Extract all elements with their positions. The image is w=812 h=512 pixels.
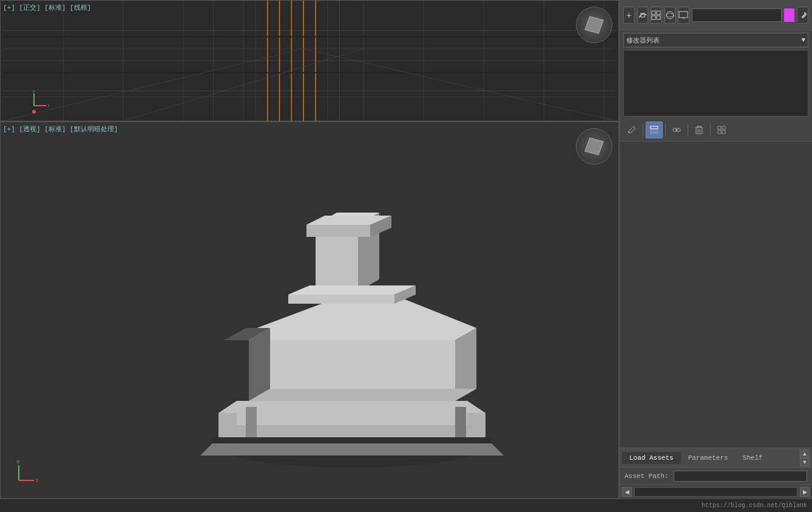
gizmo-cube-top <box>584 16 603 34</box>
svg-text:X: X <box>47 103 49 109</box>
svg-point-77 <box>666 13 674 17</box>
svg-marker-66 <box>200 443 504 456</box>
svg-rect-74 <box>652 16 655 19</box>
svg-rect-72 <box>652 11 655 15</box>
properties-area <box>620 142 812 448</box>
asset-path-label: Asset Path: <box>624 473 669 480</box>
svg-rect-82 <box>651 126 658 129</box>
monitor-tool-button[interactable] <box>678 7 689 24</box>
main-toolbar: + <box>620 0 812 30</box>
modifier-dropdown[interactable]: 修改器列表 ▼ <box>623 33 808 47</box>
icon-separator-2 <box>665 124 666 136</box>
wrench-button[interactable] <box>797 7 808 24</box>
bottom-tabs: Load Assets Parameters Shelf ▲ ▼ <box>620 448 812 467</box>
modifier-dropdown-label: 修改器列表 <box>626 36 660 45</box>
path-nav-bar <box>634 487 797 497</box>
svg-rect-62 <box>246 407 257 437</box>
viewport-gizmo-top[interactable] <box>576 7 612 43</box>
svg-rect-99 <box>722 131 725 134</box>
modifier-list-area <box>623 50 808 117</box>
house-model <box>140 146 564 498</box>
axis-indicator: X Y <box>19 90 43 115</box>
tab-shelf[interactable]: Shelf <box>736 452 770 464</box>
icon-toolbar <box>620 119 812 142</box>
svg-rect-78 <box>679 12 688 18</box>
sphere-tool-button[interactable] <box>665 7 676 24</box>
path-nav-back-button[interactable]: ◀ <box>622 487 632 497</box>
status-url: https://blog.csdn.net/Qiblank <box>702 502 807 509</box>
color-button[interactable] <box>784 9 795 22</box>
svg-rect-96 <box>718 126 721 129</box>
axis-indicator-bottom: X Y <box>13 459 43 492</box>
scroll-down-button[interactable]: ▼ <box>800 458 810 466</box>
asset-path-row: Asset Path: <box>620 467 812 484</box>
svg-rect-63 <box>455 407 466 437</box>
grid-view-button[interactable] <box>713 121 730 138</box>
svg-rect-98 <box>718 131 721 134</box>
svg-point-41 <box>32 110 36 114</box>
svg-marker-61 <box>237 407 467 425</box>
svg-marker-48 <box>249 389 476 401</box>
svg-marker-60 <box>288 285 416 295</box>
svg-rect-83 <box>651 130 658 132</box>
viewport-area: [+] [正交] [标准] [线框] <box>0 0 619 499</box>
icon-separator-3 <box>688 124 688 136</box>
svg-point-81 <box>629 132 630 133</box>
link-button[interactable] <box>668 121 685 138</box>
curve-tool-button[interactable] <box>637 7 649 24</box>
svg-text:Y: Y <box>32 90 36 95</box>
icon-separator-4 <box>710 124 711 136</box>
svg-marker-55 <box>306 225 370 237</box>
path-nav-forward-button[interactable]: ▶ <box>800 487 810 497</box>
add-button[interactable]: + <box>623 7 635 24</box>
top-viewport-grid <box>1 1 618 121</box>
gizmo-cube-bottom <box>584 138 603 155</box>
svg-text:Y: Y <box>16 460 20 466</box>
main-area: [+] [正交] [标准] [线框] <box>0 0 812 499</box>
right-panel: + <box>619 0 812 499</box>
status-bar: https://blog.csdn.net/Qiblank <box>0 499 812 512</box>
svg-rect-75 <box>657 16 660 19</box>
grid-tool-button[interactable] <box>651 7 662 24</box>
eyedropper-button[interactable] <box>623 121 640 138</box>
icon-separator-1 <box>643 124 643 136</box>
svg-line-80 <box>628 131 629 134</box>
viewport-gizmo-bottom[interactable] <box>576 128 612 165</box>
delete-button[interactable] <box>691 121 708 138</box>
search-input[interactable] <box>692 9 782 22</box>
modifier-dropdown-arrow: ▼ <box>801 36 805 44</box>
tab-parameters[interactable]: Parameters <box>681 452 736 464</box>
svg-marker-64 <box>249 328 270 401</box>
scroll-up-button[interactable]: ▲ <box>800 449 810 458</box>
path-nav-row: ◀ ▶ <box>620 484 812 499</box>
modifier-section: 修改器列表 ▼ <box>620 30 812 119</box>
svg-point-76 <box>666 12 674 19</box>
svg-rect-97 <box>722 126 725 129</box>
svg-rect-84 <box>651 132 658 134</box>
modifier-stack-button[interactable] <box>646 121 663 138</box>
viewport-top-label: [+] [正交] [标准] [线框] <box>3 3 91 12</box>
svg-text:X: X <box>35 478 39 484</box>
viewport-bottom[interactable]: [+] [透视] [标准] [默认明暗处理] <box>0 121 619 499</box>
asset-path-input[interactable] <box>674 471 807 482</box>
svg-rect-73 <box>657 11 660 15</box>
svg-marker-58 <box>288 295 394 304</box>
tab-load-assets[interactable]: Load Assets <box>622 452 681 464</box>
viewport-bottom-label: [+] [透视] [标准] [默认明暗处理] <box>3 125 118 134</box>
viewport-top[interactable]: [+] [正交] [标准] [线框] <box>0 0 619 121</box>
